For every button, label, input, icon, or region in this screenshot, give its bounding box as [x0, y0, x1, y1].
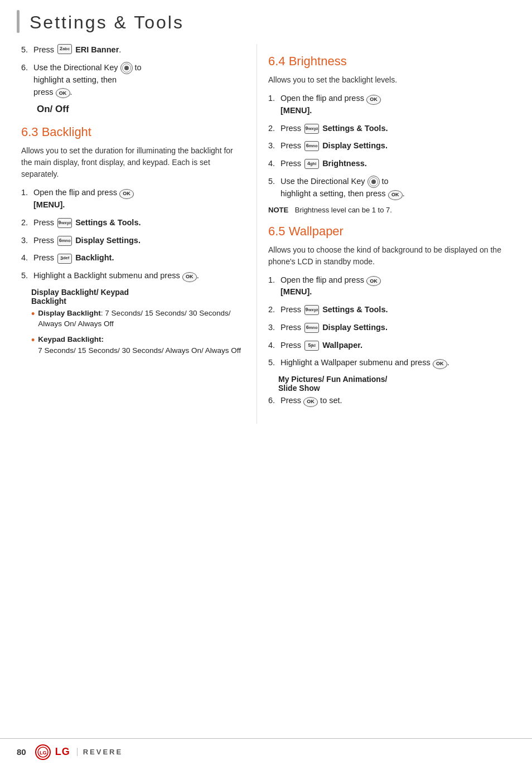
step-content: Press 2abc ERI Banner.	[33, 44, 245, 56]
ok-key-icon: OK	[182, 272, 197, 282]
ok-key-icon: OK	[388, 190, 403, 200]
step-number: 5.	[268, 357, 280, 369]
bullet-dot-icon: •	[31, 333, 35, 347]
step-content: Press 9wxyz Settings & Tools.	[33, 217, 245, 229]
step-content: Use the Directional Key to highlight a s…	[33, 62, 245, 99]
key-6mno-icon: 6mno	[57, 236, 72, 246]
section-65-desc: Allows you to choose the kind of backgro…	[268, 244, 515, 268]
section-63-heading: 6.3 Backlight	[21, 125, 245, 139]
step-number: 3.	[268, 140, 280, 152]
step-content: Use the Directional Key to highlight a s…	[280, 176, 515, 200]
step-64-2: 2. Press 9wxyz Settings & Tools.	[268, 123, 515, 135]
key-9wxyz-icon: 9wxyz	[304, 124, 319, 134]
key-6mno-icon: 6mno	[304, 323, 319, 333]
step-number: 6.	[21, 62, 33, 74]
step-65-5: 5. Highlight a Wallpaper submenu and pre…	[268, 357, 515, 369]
revere-brand-text: REVERE	[77, 748, 123, 756]
footer: 80 LG LG REVERE	[0, 738, 532, 765]
step-content: Press 5jkl Wallpaper.	[280, 340, 515, 352]
note-brightness: NOTE Brightness level can be 1 to 7.	[268, 206, 515, 214]
step-number: 4.	[268, 158, 280, 170]
right-column: 6.4 Brightness Allows you to set the bac…	[257, 44, 532, 424]
step-number: 1.	[268, 93, 280, 105]
step-number: 5.	[268, 176, 280, 188]
lg-logo-svg: LG	[37, 747, 49, 758]
page-title: Settings & Tools	[30, 10, 184, 33]
step-content: Press 9wxyz Settings & Tools.	[280, 123, 515, 135]
step-number: 4.	[268, 340, 280, 352]
directional-key-icon	[120, 62, 133, 74]
step-number: 1.	[268, 274, 280, 287]
step-number: 6.	[268, 395, 280, 407]
section-65-heading: 6.5 Wallpaper	[268, 224, 515, 239]
step-number: 3.	[268, 322, 280, 334]
key-5jkl-icon: 5jkl	[304, 341, 319, 351]
step-65-6: 6. Press OK to set.	[268, 395, 515, 407]
section-63-desc: Allows you to set the duration for illum…	[21, 145, 245, 180]
step-content: Press 6mno Display Settings.	[280, 140, 515, 152]
bullet-list-backlight: • Display Backlight: 7 Seconds/ 15 Secon…	[31, 308, 245, 356]
step-63-3: 3. Press 6mno Display Settings.	[21, 235, 245, 247]
step-65-1: 1. Open the flip and press OK [MENU].	[268, 274, 515, 299]
step-content: Press OK to set.	[280, 395, 515, 407]
step-content: Press 6mno Display Settings.	[280, 322, 515, 334]
step-content: Open the flip and press OK [MENU].	[33, 187, 245, 211]
step-number: 2.	[268, 304, 280, 316]
bullet-keypad-backlight: • Keypad Backlight:7 Seconds/ 15 Seconds…	[31, 334, 245, 356]
step-content: Open the flip and press OK [MENU].	[280, 93, 515, 117]
submenu-heading-wallpaper: My Pictures/ Fun Animations/Slide Show	[278, 375, 515, 393]
section-64-heading: 6.4 Brightness	[268, 54, 515, 69]
svg-text:LG: LG	[40, 750, 47, 756]
step-5-eri: 5. Press 2abc ERI Banner.	[21, 44, 245, 56]
step-6-directional: 6. Use the Directional Key to highlight …	[21, 62, 245, 99]
step-64-1: 1. Open the flip and press OK [MENU].	[268, 93, 515, 117]
step-number: 1.	[21, 187, 33, 199]
on-off-heading: On/ Off	[37, 104, 245, 115]
page-container: Settings & Tools 5. Press 2abc ERI Banne…	[0, 0, 532, 765]
header-bar	[17, 10, 20, 33]
step-65-4: 4. Press 5jkl Wallpaper.	[268, 340, 515, 352]
directional-key-icon	[367, 176, 380, 188]
step-63-4: 4. Press 3def Backlight.	[21, 252, 245, 264]
submenu-heading-backlight: Display Backlight/ KeypadBacklight	[31, 288, 245, 306]
bullet-display-backlight: • Display Backlight: 7 Seconds/ 15 Secon…	[31, 308, 245, 330]
step-content: Open the flip and press OK [MENU].	[280, 274, 515, 299]
ok-key-icon: OK	[56, 88, 70, 98]
step-63-1: 1. Open the flip and press OK [MENU].	[21, 187, 245, 211]
section-64-desc: Allows you to set the backlight levels.	[268, 74, 515, 86]
step-63-5: 5. Highlight a Backlight submenu and pre…	[21, 270, 245, 282]
step-64-4: 4. Press 4ghi Brightness.	[268, 158, 515, 170]
step-number: 5.	[21, 44, 33, 56]
ok-key-icon: OK	[433, 359, 447, 369]
note-label: NOTE	[268, 206, 288, 214]
key-3def-icon: 3def	[57, 254, 72, 264]
step-number: 4.	[21, 252, 33, 264]
left-column: 5. Press 2abc ERI Banner. 6. Use the Dir…	[0, 44, 257, 424]
step-number: 5.	[21, 270, 33, 282]
lg-circle-icon: LG	[35, 744, 51, 760]
ok-key-icon: OK	[303, 397, 318, 407]
key-2abc-icon: 2abc	[57, 44, 72, 54]
step-65-2: 2. Press 9wxyz Settings & Tools.	[268, 304, 515, 316]
ok-key-icon: OK	[366, 95, 381, 105]
step-content: Press 6mno Display Settings.	[33, 235, 245, 247]
footer-logo: LG LG REVERE	[35, 744, 123, 760]
note-text: Brightness level can be 1 to 7.	[295, 206, 392, 214]
step-64-3: 3. Press 6mno Display Settings.	[268, 140, 515, 152]
ok-key-icon: OK	[119, 189, 134, 199]
step-number: 2.	[21, 217, 33, 229]
page-number: 80	[17, 747, 26, 757]
content-area: 5. Press 2abc ERI Banner. 6. Use the Dir…	[0, 38, 532, 424]
header: Settings & Tools	[0, 0, 532, 38]
step-number: 3.	[21, 235, 33, 247]
step-content: Press 9wxyz Settings & Tools.	[280, 304, 515, 316]
step-number: 2.	[268, 123, 280, 135]
bullet-dot-icon: •	[31, 307, 35, 321]
key-9wxyz-icon: 9wxyz	[57, 218, 72, 228]
ok-key-icon: OK	[366, 276, 381, 286]
step-64-5: 5. Use the Directional Key to highlight …	[268, 176, 515, 200]
lg-brand-text: LG	[55, 746, 70, 758]
key-9wxyz-icon: 9wxyz	[304, 305, 319, 315]
key-6mno-icon: 6mno	[304, 141, 319, 151]
bullet-text: Keypad Backlight:7 Seconds/ 15 Seconds/ …	[38, 334, 245, 356]
